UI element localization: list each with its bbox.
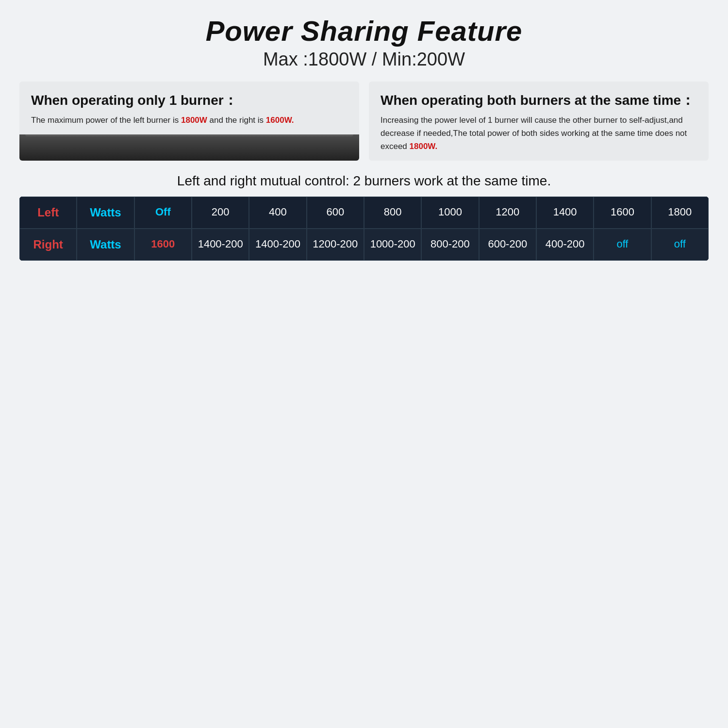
right-1400-200b: 1400-200 <box>249 229 306 261</box>
left-1000: 1000 <box>421 197 479 229</box>
left-panel-text: When operating only 1 burner： The maximu… <box>19 82 359 134</box>
left-body: The maximum power of the left burner is … <box>31 114 347 127</box>
left-heading: When operating only 1 burner： <box>31 92 347 109</box>
right-1000-200: 1000-200 <box>364 229 421 261</box>
left-1800: 1800 <box>651 197 709 229</box>
table-row-left: Left Watts Off 200 400 600 800 1000 1200… <box>19 197 709 229</box>
left-600: 600 <box>307 197 364 229</box>
right-1400-200: 1400-200 <box>192 229 249 261</box>
right-highlight: 1800W. <box>410 142 438 151</box>
counter-left <box>19 134 359 161</box>
right-side-label: Right <box>19 229 77 261</box>
image-section: When operating only 1 burner： The maximu… <box>19 82 709 161</box>
left-400: 400 <box>249 197 306 229</box>
right-column: When operating both burners at the same … <box>369 82 709 161</box>
right-1600-cell: 1600 <box>134 229 192 261</box>
device-left: aobosi 8:8 <box>33 134 346 136</box>
device-base-left <box>25 134 353 136</box>
right-off1: off <box>594 229 651 261</box>
left-1600: 1600 <box>594 197 651 229</box>
left-200: 200 <box>192 197 249 229</box>
left-1200: 1200 <box>479 197 536 229</box>
left-800: 800 <box>364 197 421 229</box>
left-1400: 1400 <box>536 197 594 229</box>
right-body: Increasing the power level of 1 burner w… <box>381 114 697 153</box>
subtitle: Max :1800W / Min:200W <box>206 49 523 70</box>
right-800-200: 800-200 <box>421 229 479 261</box>
left-body-middle: and the right is <box>207 116 266 125</box>
right-off2: off <box>651 229 709 261</box>
main-title: Power Sharing Feature <box>206 15 523 47</box>
left-side-label: Left <box>19 197 77 229</box>
left-column: When operating only 1 burner： The maximu… <box>19 82 359 161</box>
title-section: Power Sharing Feature Max :1800W / Min:2… <box>206 15 523 70</box>
page-wrapper: Power Sharing Feature Max :1800W / Min:2… <box>0 0 728 728</box>
left-body-prefix: The maximum power of the left burner is <box>31 116 181 125</box>
mutual-control-text: Left and right mutual control: 2 burners… <box>177 173 551 189</box>
left-watts-label: Watts <box>77 197 134 229</box>
right-watts-label: Watts <box>77 229 134 261</box>
right-panel-text: When operating both burners at the same … <box>369 82 709 161</box>
power-table: Left Watts Off 200 400 600 800 1000 1200… <box>19 197 709 261</box>
right-1200-200: 1200-200 <box>307 229 364 261</box>
left-off-cell: Off <box>134 197 192 229</box>
right-600-200: 600-200 <box>479 229 536 261</box>
right-400-200: 400-200 <box>536 229 594 261</box>
table-row-right: Right Watts 1600 1400-200 1400-200 1200-… <box>19 229 709 261</box>
left-highlight1: 1800W <box>181 116 207 125</box>
left-cooktop-image: aobosi 8:8 <box>19 134 359 161</box>
right-heading: When operating both burners at the same … <box>381 92 697 109</box>
left-highlight2: 1600W. <box>266 116 294 125</box>
